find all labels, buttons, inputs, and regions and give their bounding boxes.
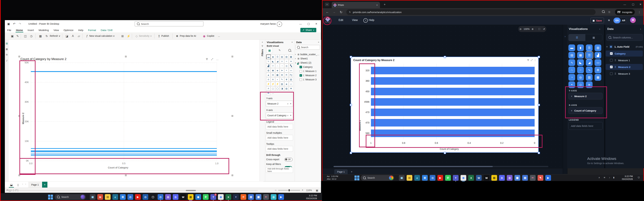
menu-help[interactable]: Help [76,28,86,32]
resize-handle[interactable] [232,174,233,176]
restore-button[interactable]: ▢ [305,21,312,27]
taskbar-search[interactable]: Search [361,175,394,181]
publish-label[interactable]: Publish [161,35,169,37]
recent-sources-icon[interactable]: ◷ [29,34,34,38]
menu-edit[interactable]: Edit [338,19,343,22]
prep-data-label[interactable]: Prep data for AI [180,35,196,37]
viz-icon-column-chart[interactable]: ▮ [577,45,584,51]
restore-button[interactable]: ▢ [630,2,637,7]
prism-bar[interactable] [371,67,534,74]
taskbar-icon-loop[interactable]: ◉ [195,194,201,200]
data-row-category[interactable]: ✓Category [295,65,325,69]
viz-icon-buttons[interactable]: ▢ [271,86,275,91]
close-button[interactable]: ✕ [312,21,320,27]
menu-insert[interactable]: Insert [25,28,36,32]
tooltips-well[interactable]: Add data fields here [266,146,293,152]
taskbar-icon-roblox[interactable]: ▢ [150,194,156,200]
viz-icon-python-visual[interactable]: Py [289,73,293,77]
taskbar-icon-file-explorer[interactable]: ▤ [406,175,412,181]
page-tab[interactable]: Page 1 [28,182,42,188]
report-view-icon[interactable]: ▤ [5,41,9,46]
minimize-button[interactable]: — [297,21,304,27]
taskbar-icon-edge[interactable]: e [414,175,420,181]
prev-page-icon[interactable]: ‹ [22,183,23,185]
resize-handle[interactable] [232,56,233,57]
taskbar-icon-word[interactable]: W [476,175,482,181]
small-multiples-well[interactable]: Add data fields here [266,135,293,141]
prism-bar[interactable] [371,98,534,106]
tab-visuals[interactable]: ☰ [568,34,585,41]
cross-report-toggle[interactable]: Off [284,158,292,161]
viz-icon-stacked-bar-chart[interactable]: ☰ [586,45,592,51]
viz-icon-stacked-area-chart[interactable]: ◢ [586,59,592,66]
viz-icon-key-influencers[interactable]: ♔ [266,77,270,82]
site-info-icon[interactable]: ⇅ [349,11,351,13]
build-visual-tab[interactable]: ▦ [266,48,273,53]
viz-icon-line-stacked-column-chart[interactable]: ∧ [280,59,284,63]
viz-icon-line-chart[interactable]: ∿ [568,59,575,66]
refresh-icon[interactable]: ↻ [44,34,49,38]
taskbar-icon-teams[interactable]: T2 [210,194,216,200]
notifications-icon[interactable]: 🗨 [638,176,640,179]
taskbar-icon-edge[interactable]: e [112,194,118,200]
viz-icon-line-clustered-column-chart[interactable]: ≈ [284,59,289,63]
back-icon[interactable]: ← [324,9,330,15]
transform-data-icon[interactable]: ▦ [38,34,43,38]
password-key-icon[interactable]: ⚿ [608,11,610,14]
tree-chevron-icon[interactable]: > [295,53,296,55]
viz-icon-horizontal-bar-chart[interactable]: ☰ [586,52,592,59]
new-tab-icon[interactable]: + [382,3,387,7]
menu-home[interactable]: Home [14,28,25,32]
new-measure-icon[interactable]: ⊞ [120,34,125,38]
collapse-viz-icon[interactable]: › [599,28,600,31]
legend-well[interactable]: Add data fields here [266,124,293,129]
viz-icon-pie-chart[interactable]: ◔ [280,64,284,68]
taskbar-icon-calculator[interactable]: ▦ [514,175,520,181]
paste-icon[interactable]: ▣ [10,34,14,38]
data-row-sheet1-2-[interactable]: ∨⊞✓Sheet1 (2) [295,61,321,65]
taskbar-icon-copilot[interactable]: ◎ [165,194,171,200]
viz-icon-table[interactable]: ⊞ [594,67,601,73]
prep-data-icon[interactable]: ❖ [175,34,180,38]
dax-query-view-icon[interactable]: ƒ [5,58,9,63]
taskbar-icon-notepad[interactable]: ▤ [248,194,254,200]
start-button[interactable] [48,194,53,200]
tree-chevron-icon[interactable]: ∨ [295,62,296,64]
viz-icon-scatter-chart[interactable]: ∴ [568,67,575,73]
share-button[interactable]: ↗ Share ∨ [300,28,316,32]
viz-icon-pie-chart[interactable]: ◔ [568,74,575,81]
viz-icon-ribbon-chart[interactable]: ≋ [289,59,293,63]
collapse-panel-icon[interactable]: › [563,33,567,40]
viz-icon-area-chart[interactable]: ◣ [271,59,275,63]
zoom-in-icon[interactable]: ⊕ [531,28,534,30]
viz-icon-image[interactable]: ▨ [280,82,284,86]
viz-icon-stacked-bar-chart[interactable]: ▬ [266,55,271,59]
viz-icon-map[interactable]: ◍ [266,68,270,73]
battery-icon[interactable]: ▮ [613,176,614,179]
resize-handle[interactable] [538,152,540,154]
viz-icon-range-area-chart[interactable]: ▭ [594,59,601,66]
get-data-icon[interactable]: ◫ [23,34,28,38]
viz-icon-table[interactable]: ▦ [275,73,280,77]
taskbar-icon-copilot[interactable]: ◎ [507,175,512,181]
taskbar-search[interactable]: Search [54,194,86,200]
viz-icon-scorecard[interactable]: ⚡ [275,82,280,86]
viz-icon-scatter-chart[interactable]: ∴ [275,64,280,68]
account-name[interactable]: maryam faroo [260,22,276,25]
browser-tab[interactable]: Prism ✕ [332,2,380,8]
pbi-search-input[interactable]: Search [135,21,204,26]
taskbar-icon-power-bi[interactable]: ▥ [188,194,194,200]
taskbar-icon-snipping-tool[interactable]: ✂ [530,175,536,181]
page-tab[interactable]: Page 1 [334,169,348,174]
viz-icon-report-visual[interactable]: ▧ [284,86,289,91]
taskbar-icon-movies-tv[interactable]: ▶ [278,194,284,200]
viz-icon-area-chart[interactable]: ◣ [577,59,584,66]
viz-icon-grouped-column-chart[interactable]: ▦ [577,52,584,59]
viz-icon-power-automate-visual[interactable]: ⚡ [271,82,275,86]
new-visual-calculation-label[interactable]: New visual calculation ∨ [89,35,115,37]
field-checkbox[interactable] [610,72,613,75]
viz-icon-custom-visual[interactable]: ❖ [289,86,293,91]
format-visual-tab[interactable]: ✎ [278,48,282,53]
viz-icon-filled-map[interactable]: ◉ [271,68,275,73]
filter-icon[interactable]: ∇ [206,58,208,61]
